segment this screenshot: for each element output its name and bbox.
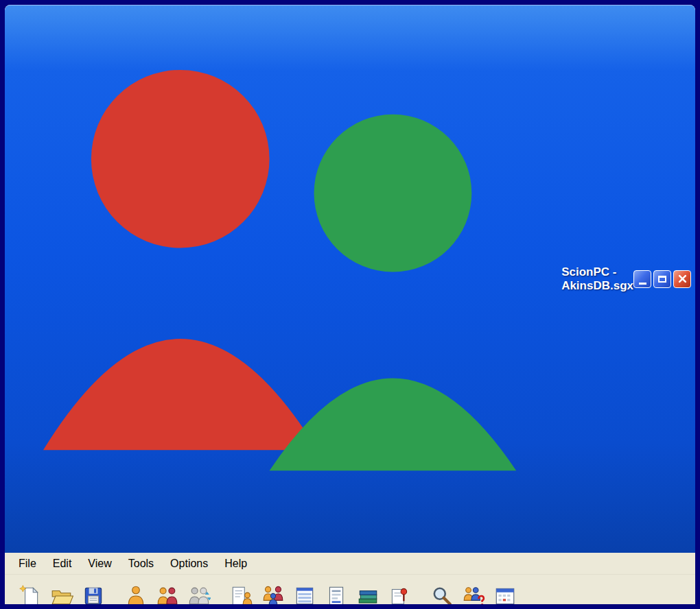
toolbar-separator xyxy=(415,582,426,604)
toolbar-separator xyxy=(109,582,120,604)
add-family-icon xyxy=(156,584,179,604)
report-icon xyxy=(325,584,348,604)
toolbar-separator xyxy=(215,582,226,604)
desktop-frame: ScionPC - AkinsDB.sgx File Edit View Too… xyxy=(0,0,700,609)
search-button[interactable] xyxy=(426,580,458,604)
maximize-icon xyxy=(658,276,666,283)
minimize-button[interactable] xyxy=(633,270,651,288)
menu-options[interactable]: Options xyxy=(162,555,216,573)
search-icon xyxy=(430,584,454,604)
maximize-button[interactable] xyxy=(653,270,671,288)
save-icon xyxy=(82,584,105,604)
menu-edit[interactable]: Edit xyxy=(45,555,80,573)
bookmark-button[interactable] xyxy=(384,580,415,604)
window-controls xyxy=(633,270,691,288)
record-list-icon xyxy=(293,584,316,604)
menu-file[interactable]: File xyxy=(10,555,45,573)
close-button[interactable] xyxy=(673,270,691,288)
person-list-icon xyxy=(230,584,253,604)
add-family-button[interactable] xyxy=(152,580,183,604)
calendar-button[interactable] xyxy=(489,580,521,604)
add-person-button[interactable] xyxy=(120,580,152,604)
new-document-button[interactable] xyxy=(14,580,46,604)
titlebar[interactable]: ScionPC - AkinsDB.sgx xyxy=(5,5,695,553)
menubar: File Edit View Tools Options Help xyxy=(5,553,695,575)
add-person-icon xyxy=(124,584,148,604)
save-button[interactable] xyxy=(78,580,109,604)
family-group-button[interactable] xyxy=(257,580,289,604)
menu-help[interactable]: Help xyxy=(216,555,255,573)
close-icon xyxy=(678,274,687,283)
exchange-partners-button[interactable] xyxy=(183,580,215,604)
app-logo-icon xyxy=(9,5,557,553)
application-window: ScionPC - AkinsDB.sgx File Edit View Too… xyxy=(5,5,695,604)
report-button[interactable] xyxy=(320,580,352,604)
bookmark-icon xyxy=(388,584,411,604)
minimize-icon xyxy=(639,283,646,285)
books-icon xyxy=(356,584,380,604)
relationship-query-button[interactable] xyxy=(458,580,489,604)
family-group-icon xyxy=(261,584,285,604)
menu-tools[interactable]: Tools xyxy=(120,555,162,573)
window-title: ScionPC - AkinsDB.sgx xyxy=(561,265,633,293)
calendar-icon xyxy=(493,584,517,604)
record-list-button[interactable] xyxy=(289,580,320,604)
person-list-button[interactable] xyxy=(226,580,257,604)
relationship-query-icon xyxy=(462,584,485,604)
menu-view[interactable]: View xyxy=(80,555,119,573)
new-document-icon xyxy=(19,584,42,604)
open-file-button[interactable] xyxy=(46,580,78,604)
open-file-icon xyxy=(50,584,73,604)
books-button[interactable] xyxy=(352,580,384,604)
toolbar xyxy=(5,575,695,604)
exchange-partners-icon xyxy=(187,584,211,604)
